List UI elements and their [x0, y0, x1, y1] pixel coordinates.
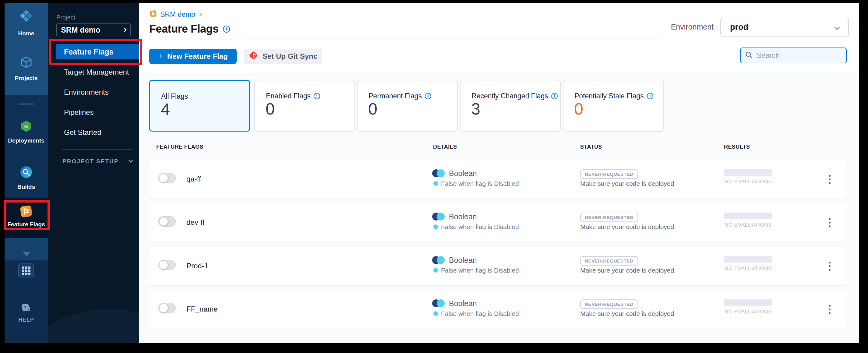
info-icon[interactable]: i: [551, 93, 558, 99]
sidenav-item-target-management[interactable]: Target Management: [64, 68, 129, 77]
rail-item-projects[interactable]: [5, 56, 48, 70]
results-note: NO EVALUATIONS: [724, 309, 772, 315]
home-icon: [20, 9, 33, 24]
stat-card-permanent-flags[interactable]: Permanent Flagsi 0: [357, 80, 458, 132]
status-note: Make sure your code is deployed: [580, 223, 674, 231]
status-note: Make sure your code is deployed: [580, 310, 674, 317]
stat-label: Potentially Stale Flags: [575, 92, 644, 100]
project-sidenav: Project SRM demo Feature Flags Target Ma…: [48, 3, 139, 343]
rail-item-home[interactable]: [5, 9, 48, 24]
svg-text:∞: ∞: [24, 123, 28, 129]
chevron-down-icon: [128, 158, 133, 163]
flag-name[interactable]: Prod-1: [186, 262, 208, 270]
help-button[interactable]: ?: [5, 303, 48, 315]
boolean-type-icon: [432, 213, 445, 221]
info-icon[interactable]: i: [314, 93, 320, 99]
flag-name[interactable]: qa-ff: [186, 175, 201, 183]
flag-name[interactable]: dev-ff: [186, 218, 205, 227]
svg-text:?: ?: [24, 305, 26, 310]
row-menu-button[interactable]: [824, 258, 836, 275]
header-divider: [149, 40, 662, 40]
project-setup-toggle[interactable]: PROJECT SETUP: [62, 158, 132, 165]
row-menu-button[interactable]: [824, 214, 836, 231]
variation-dot-icon: [433, 224, 438, 229]
status-badge: NEVER-REQUESTED: [580, 299, 638, 309]
new-feature-flag-label: New Feature Flag: [167, 52, 228, 61]
search-input[interactable]: [756, 51, 851, 60]
rail-item-feature-flags-label: Feature Flags: [5, 221, 48, 228]
projects-icon: [20, 56, 33, 70]
flag-toggle[interactable]: [158, 303, 176, 313]
stat-card-enabled-flags[interactable]: Enabled Flagsi 0: [254, 80, 355, 132]
stat-value: 3: [471, 99, 480, 118]
screenshot-canvas: Home Projects ∞ Deployments: [0, 0, 868, 353]
rail-mid-block: [5, 95, 48, 198]
search-box[interactable]: [740, 47, 847, 63]
stat-label: Recently Changed Flags: [471, 92, 548, 100]
flag-name[interactable]: FF_name: [186, 305, 218, 313]
flag-type: Boolean: [449, 299, 477, 308]
column-header-results: RESULTS: [724, 144, 750, 150]
status-note: Make sure your code is deployed: [580, 267, 674, 274]
flag-toggle[interactable]: [158, 173, 176, 183]
main-content: SRM demo Feature Flags i Environment pro…: [139, 3, 859, 343]
project-selector[interactable]: SRM demo: [56, 24, 131, 36]
boolean-type-icon: [432, 299, 445, 308]
help-label: HELP: [5, 317, 48, 323]
new-feature-flag-button[interactable]: + New Feature Flag: [149, 49, 237, 64]
variation-note: False when flag is Disabled: [441, 267, 519, 274]
stat-card-potentially-stale-flags[interactable]: Potentially Stale Flagsi 0: [563, 80, 664, 132]
environment-value: prod: [730, 23, 835, 32]
stat-card-all-flags[interactable]: All Flags 4: [149, 80, 250, 132]
column-header-details: DETAILS: [433, 144, 457, 150]
stat-value: 4: [161, 100, 170, 119]
module-grid-button[interactable]: [18, 263, 34, 278]
rail-item-feature-flags[interactable]: [5, 204, 48, 220]
table-row: FF_name Boolean False when flag is Disab…: [149, 290, 847, 329]
module-rail: Home Projects ∞ Deployments: [5, 3, 48, 343]
chevron-down-icon: [834, 24, 840, 30]
git-sync-label: Set Up Git Sync: [262, 52, 317, 61]
status-note: Make sure your code is deployed: [580, 180, 674, 187]
variation-dot-icon: [433, 311, 438, 316]
flag-type: Boolean: [449, 256, 477, 265]
environment-select[interactable]: prod: [720, 18, 849, 37]
chevron-right-icon: [122, 28, 127, 32]
sidenav-item-feature-flags[interactable]: Feature Flags: [56, 44, 139, 59]
git-sync-button[interactable]: Set Up Git Sync: [244, 49, 322, 64]
sidenav-item-environments[interactable]: Environments: [64, 88, 109, 97]
search-icon: [745, 51, 753, 60]
rail-item-builds[interactable]: [5, 165, 48, 180]
info-icon[interactable]: i: [425, 93, 431, 99]
title-info-icon[interactable]: i: [223, 26, 230, 33]
results-bar: [724, 299, 772, 306]
boolean-type-icon: [432, 169, 445, 178]
flag-toggle[interactable]: [158, 260, 176, 270]
stat-value: 0: [266, 99, 275, 118]
rail-collapse-chevron-icon[interactable]: [23, 252, 30, 256]
flag-toggle[interactable]: [158, 216, 176, 227]
row-menu-button[interactable]: [824, 301, 836, 318]
stat-label: All Flags: [161, 92, 188, 100]
app-window: Home Projects ∞ Deployments: [5, 3, 859, 343]
feature-flags-icon: [19, 204, 33, 220]
flag-type: Boolean: [449, 169, 477, 178]
breadcrumb-project-link[interactable]: SRM demo: [160, 10, 195, 19]
row-menu-button[interactable]: [824, 171, 836, 188]
info-icon[interactable]: i: [647, 93, 653, 99]
sidenav-item-pipelines[interactable]: Pipelines: [64, 108, 93, 117]
breadcrumb: SRM demo: [149, 10, 201, 19]
rail-item-deployments[interactable]: ∞: [5, 120, 48, 134]
stat-card-recently-changed-flags[interactable]: Recently Changed Flagsi 3: [460, 80, 561, 132]
breadcrumb-flag-icon: [149, 10, 157, 19]
rail-item-projects-label: Projects: [5, 75, 48, 82]
results-note: NO EVALUATIONS: [724, 179, 772, 185]
variation-note: False when flag is Disabled: [441, 223, 519, 231]
stat-value: 0: [574, 99, 583, 118]
toggle-knob-icon: [159, 304, 168, 313]
rail-chevron-block: [5, 238, 48, 260]
results-bar: [724, 256, 772, 262]
plus-icon: +: [158, 51, 163, 61]
project-label: Project: [56, 14, 75, 21]
sidenav-item-get-started[interactable]: Get Started: [64, 128, 101, 137]
